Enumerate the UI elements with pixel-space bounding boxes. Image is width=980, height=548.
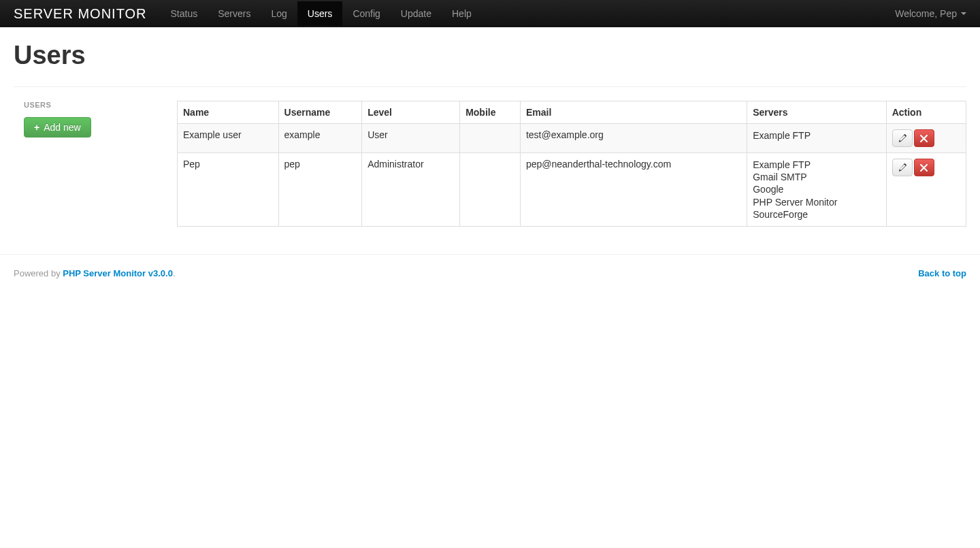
nav-item-log[interactable]: Log [261, 1, 297, 26]
powered-by-text: Powered by [14, 268, 63, 278]
plus-icon: + [34, 122, 39, 133]
cell-servers: Example FTPGmail SMTPGooglePHP Server Mo… [747, 153, 886, 227]
nav-link[interactable]: Servers [208, 1, 261, 26]
cell-email: pep@neanderthal-technology.com [520, 153, 747, 227]
col-level: Level [362, 101, 460, 124]
cell-name: Pep [178, 153, 279, 227]
server-item: PHP Server Monitor [753, 196, 880, 208]
main-content: Name Username Level Mobile Email Servers… [177, 101, 966, 227]
delete-button[interactable] [914, 129, 934, 147]
delete-button[interactable] [914, 159, 934, 176]
nav-link[interactable]: Status [161, 1, 208, 26]
col-username: Username [278, 101, 362, 124]
nav-link[interactable]: Log [261, 1, 297, 26]
cell-action [886, 153, 966, 227]
footer-link[interactable]: PHP Server Monitor v3.0.0 [63, 268, 173, 278]
footer-period: . [173, 268, 176, 278]
welcome-text: Welcome, Pep [895, 8, 957, 19]
nav-list: StatusServersLogUsersConfigUpdateHelp [161, 1, 896, 26]
cell-level: Administrator [362, 153, 460, 227]
cell-username: pep [278, 153, 362, 227]
edit-button[interactable] [892, 129, 913, 147]
cell-username: example [278, 124, 362, 153]
server-item: Example FTP [753, 129, 880, 142]
nav-item-help[interactable]: Help [442, 1, 482, 26]
nav-item-servers[interactable]: Servers [208, 1, 261, 26]
col-mobile: Mobile [460, 101, 521, 124]
sidebar-title: USERS [24, 101, 163, 109]
edit-button[interactable] [892, 159, 913, 176]
add-user-label: Add new [44, 122, 80, 133]
nav-link[interactable]: Help [442, 1, 482, 26]
page-title: Users [14, 41, 966, 70]
table-body: Example userexampleUsertest@example.orgE… [178, 124, 966, 227]
nav-item-config[interactable]: Config [342, 1, 390, 26]
cell-action [886, 124, 966, 153]
add-user-button[interactable]: + Add new [24, 117, 91, 138]
chevron-down-icon [961, 12, 966, 15]
pencil-icon [898, 163, 906, 172]
server-item: Google [753, 183, 880, 195]
col-action: Action [886, 101, 966, 124]
close-icon [920, 164, 928, 172]
sidebar: USERS + Add new [14, 101, 163, 227]
cell-level: User [362, 124, 460, 153]
cell-mobile [460, 124, 521, 153]
col-email: Email [520, 101, 747, 124]
col-servers: Servers [747, 101, 886, 124]
page-header: Users [14, 41, 966, 87]
user-menu[interactable]: Welcome, Pep [895, 8, 966, 19]
cell-name: Example user [178, 124, 279, 153]
cell-mobile [460, 153, 521, 227]
server-item: Example FTP [753, 159, 880, 171]
footer: Powered by PHP Server Monitor v3.0.0. Ba… [0, 254, 980, 292]
close-icon [920, 135, 928, 142]
nav-link[interactable]: Config [342, 1, 390, 26]
cell-servers: Example FTP [747, 124, 886, 153]
navbar: SERVER MONITOR StatusServersLogUsersConf… [0, 0, 980, 27]
users-table: Name Username Level Mobile Email Servers… [177, 101, 966, 227]
back-to-top-link[interactable]: Back to top [918, 268, 966, 278]
server-item: Gmail SMTP [753, 171, 880, 183]
col-name: Name [178, 101, 279, 124]
pencil-icon [898, 134, 906, 142]
nav-item-update[interactable]: Update [391, 1, 442, 26]
table-row: Example userexampleUsertest@example.orgE… [178, 124, 966, 153]
brand[interactable]: SERVER MONITOR [14, 6, 147, 22]
cell-email: test@example.org [520, 124, 747, 153]
nav-item-users[interactable]: Users [297, 1, 343, 26]
nav-link[interactable]: Users [297, 1, 343, 26]
table-row: PeppepAdministratorpep@neanderthal-techn… [178, 153, 966, 227]
nav-item-status[interactable]: Status [161, 1, 208, 26]
server-item: SourceForge [753, 208, 880, 221]
nav-link[interactable]: Update [391, 1, 442, 26]
